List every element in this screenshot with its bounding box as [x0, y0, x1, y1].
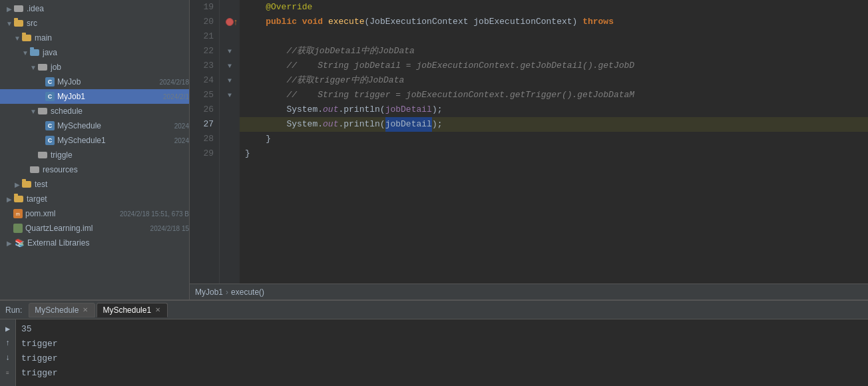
fold-23[interactable]: ▼	[228, 63, 232, 70]
sidebar-label-myjob: MyJob	[57, 77, 157, 87]
folder-icon-main	[21, 34, 32, 42]
code-line-24: //获取trigger中的JobData	[240, 73, 868, 88]
folder-icon-schedule	[37, 107, 48, 115]
token-25-sp	[245, 88, 286, 102]
token-19-1: @Override	[245, 0, 312, 15]
code-editor[interactable]: 19 20 21 22 23 24 25 26 27 28 29 ↑	[190, 0, 868, 284]
token-27-p1: .println(	[338, 117, 385, 132]
output-text-2: trigger	[21, 337, 58, 351]
sidebar-label-resources: resources	[43, 165, 189, 174]
sidebar-label-pomxml: pom.xml	[25, 209, 117, 218]
token-20-public: public	[266, 15, 297, 29]
line-num-23: 23	[195, 59, 214, 73]
run-play-button[interactable]: ▶	[1, 322, 15, 335]
code-editor-area: 19 20 21 22 23 24 25 26 27 28 29 ↑	[190, 0, 868, 299]
sidebar-item-target[interactable]: ▶ target	[0, 192, 189, 206]
token-20-params: (JobExecutionContext jobExecutionContext…	[364, 15, 582, 29]
run-down-button[interactable]: ↓	[1, 351, 15, 365]
gutter-20: ↑	[220, 15, 240, 29]
gutter-24: ▼	[220, 73, 240, 88]
token-20-throws: throws	[582, 15, 614, 29]
arrow-job: ▼	[29, 64, 37, 71]
sidebar-item-myschedule[interactable]: C MySchedule 2024	[0, 118, 189, 133]
run-up-button[interactable]: ↑	[1, 337, 15, 350]
breakpoint-20[interactable]	[226, 18, 234, 26]
fold-24[interactable]: ▼	[228, 77, 232, 85]
sidebar-date-pomxml: 2024/2/18 15:51, 673 B	[120, 210, 189, 218]
run-tab-myschedule1-label: MySchedule1	[103, 305, 151, 315]
breadcrumb-myjob1[interactable]: MyJob1	[195, 288, 223, 297]
token-23-comment: // String jobDetail = jobExecutionContex…	[286, 59, 634, 73]
line-num-29: 29	[195, 146, 214, 161]
token-25-comment: // String trigger = jobExecutionContext.…	[286, 88, 634, 102]
token-22-comment: //获取jobDetail中的JobData	[286, 44, 414, 59]
sidebar-item-triggle[interactable]: triggle	[0, 148, 189, 162]
sidebar-item-myschedule1[interactable]: C MySchedule1 2024	[0, 133, 189, 148]
output-text-4: trigger	[21, 366, 58, 381]
gutter-19	[220, 0, 240, 15]
fold-22[interactable]: ▼	[228, 48, 232, 55]
token-24-comment: //获取trigger中的JobData	[286, 73, 404, 88]
token-26-out: out	[323, 102, 338, 117]
sidebar-item-pomxml[interactable]: m pom.xml 2024/2/18 15:51, 673 B	[0, 206, 189, 221]
sidebar-item-ext-libraries[interactable]: ▶ 📚 External Libraries	[0, 236, 189, 250]
line-num-24: 24	[195, 73, 214, 88]
gutter-23: ▼	[220, 59, 240, 73]
sidebar-label-main: main	[35, 33, 189, 43]
sidebar-item-main[interactable]: ▼ main	[0, 31, 189, 45]
run-tab-myschedule1[interactable]: MySchedule1 ✕	[97, 303, 168, 317]
sidebar-item-iml[interactable]: QuartzLearning.iml 2024/2/18 15	[0, 221, 189, 236]
sidebar-item-idea[interactable]: ▶ .idea	[0, 1, 189, 16]
sidebar-label-test: test	[35, 180, 189, 189]
fold-25[interactable]: ▼	[228, 92, 232, 99]
token-23-sp	[245, 59, 286, 73]
output-line-4: trigger	[21, 366, 863, 381]
sidebar-label-target: target	[27, 194, 189, 204]
class-icon-myjob: C	[45, 77, 55, 87]
sidebar-label-myjob1: MyJob1	[57, 92, 160, 101]
sidebar-label-myschedule1: MySchedule1	[57, 136, 172, 145]
output-line-1: 35	[21, 322, 863, 337]
sidebar-item-resources[interactable]: resources	[0, 162, 189, 177]
run-toolbar: ▶ ↑ ↓ ≡	[0, 319, 16, 386]
class-icon-myschedule: C	[45, 121, 55, 130]
arrow-test: ▶	[13, 181, 21, 188]
sidebar-label-iml: QuartzLearning.iml	[25, 224, 148, 233]
line-num-28: 28	[195, 132, 214, 146]
folder-icon-target	[13, 195, 24, 203]
sidebar-item-test[interactable]: ▶ test	[0, 177, 189, 192]
run-tab-myschedule1-close[interactable]: ✕	[154, 306, 162, 314]
run-tab-myschedule-label: MySchedule	[35, 305, 79, 315]
line-num-25: 25	[195, 88, 214, 102]
run-stop-button[interactable]: ≡	[1, 366, 15, 379]
sidebar-item-java[interactable]: ▼ java	[0, 45, 189, 60]
token-26-p2: );	[432, 102, 443, 117]
arrow-target: ▶	[5, 196, 13, 203]
token-27-sp: System.	[245, 117, 323, 132]
gutter-27	[220, 117, 240, 132]
breadcrumb-sep: ›	[226, 288, 228, 297]
sidebar-date-iml: 2024/2/18 15	[150, 225, 189, 232]
sidebar-label-myschedule: MySchedule	[57, 121, 172, 130]
run-tab-myschedule-close[interactable]: ✕	[81, 306, 89, 314]
sidebar-label-java: java	[43, 48, 189, 57]
token-20-void: void	[302, 15, 323, 29]
xml-icon-pomxml: m	[13, 209, 23, 218]
sidebar-item-src[interactable]: ▼ src	[0, 16, 189, 31]
code-lines[interactable]: @Override public void execute (JobExecut…	[240, 0, 868, 284]
token-20-sp2	[323, 15, 328, 29]
line-num-26: 26	[195, 102, 214, 117]
run-tab-myschedule[interactable]: MySchedule ✕	[29, 303, 95, 317]
token-26-p1: .println(	[338, 102, 385, 117]
bottom-panel: Run: MySchedule ✕ MySchedule1 ✕ ▶ ↑ ↓ ≡ …	[0, 299, 868, 386]
sidebar-item-schedule[interactable]: ▼ schedule	[0, 104, 189, 118]
token-20-execute: execute	[328, 15, 365, 29]
sidebar-item-job[interactable]: ▼ job	[0, 60, 189, 75]
line-num-21: 21	[195, 29, 214, 44]
folder-icon-triggle	[37, 151, 48, 159]
token-20-indent	[245, 15, 266, 29]
token-29: }	[245, 146, 250, 161]
breadcrumb-execute[interactable]: execute()	[231, 288, 264, 297]
sidebar-item-myjob[interactable]: C MyJob 2024/2/18	[0, 75, 189, 89]
sidebar-item-myjob1[interactable]: C MyJob1 2024/2/1	[0, 89, 189, 104]
